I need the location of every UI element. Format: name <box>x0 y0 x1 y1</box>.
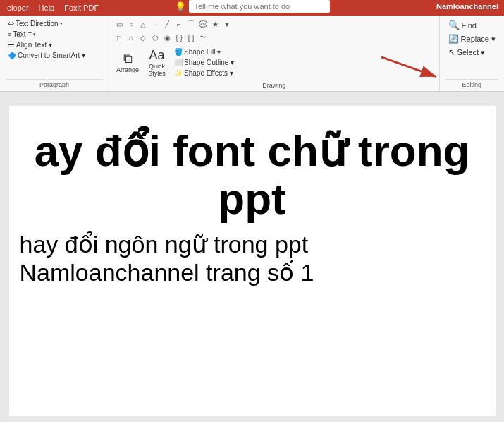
shape-wavy-btn[interactable]: 〜 <box>197 32 209 43</box>
text-direction-dropdown-icon: ▾ <box>60 21 63 27</box>
brand-label: Namloanchannel <box>431 0 504 13</box>
shapes-row-2: □ ⌂ ◇ ⬠ ◉ { } [ ] 〜 <box>113 32 435 43</box>
arrange-icon: ⧉ <box>123 52 133 66</box>
effects-icon: ✨ <box>174 69 183 77</box>
menu-bar: eloper Help Foxit PDF 💡 Namloanchannel <box>0 0 504 16</box>
ribbon-body: ⇔ Text Direction ▾ ≡ Text = ▾ ☰ Alig <box>0 16 504 92</box>
text-direction-row: ⇔ Text Direction ▾ <box>6 18 103 29</box>
convert-smartart-row: 🔷 Convert to SmartArt ▾ <box>6 51 103 60</box>
shape-circ2-btn[interactable]: ◉ <box>161 32 173 43</box>
shape-arrow-btn[interactable]: → <box>149 18 161 30</box>
align-text-row: ☰ Align Text ▾ <box>6 40 103 50</box>
fill-icon: 🪣 <box>174 48 183 56</box>
lightbulb-icon: 💡 <box>175 1 186 12</box>
shape-outline-button[interactable]: ⬜ Shape Outline ▾ <box>172 58 236 67</box>
shape-fill-button[interactable]: 🪣 Shape Fill ▾ <box>172 47 236 56</box>
red-arrow-indicator <box>374 47 444 83</box>
svg-line-1 <box>381 57 436 77</box>
align-text-button[interactable]: ☰ Align Text ▾ <box>6 40 54 50</box>
menu-item-developer[interactable]: eloper <box>3 2 33 13</box>
text-direction-button[interactable]: ⇔ Text Direction ▾ <box>6 18 65 29</box>
find-button[interactable]: 🔍 Find <box>445 18 498 32</box>
text-equals-button[interactable]: ≡ Text = ▾ <box>6 30 38 39</box>
replace-button[interactable]: 🔄 Replace ▾ <box>445 32 498 45</box>
editing-controls: 🔍 Find 🔄 Replace ▾ ↖ Select ▾ <box>445 18 498 78</box>
shapes-row-1: ▭ ○ △ → ╱ ⌐ ⌒ 💬 ★ ▼ <box>113 18 435 30</box>
replace-icon: 🔄 <box>448 34 459 44</box>
shape-star-btn[interactable]: ★ <box>209 18 221 30</box>
shape-brack-btn[interactable]: [ ] <box>185 32 197 43</box>
search-bar: 💡 <box>175 0 330 13</box>
arrange-button[interactable]: ⧉ Arrange <box>113 50 142 75</box>
menu-item-help[interactable]: Help <box>35 2 59 13</box>
shape-curve-btn[interactable]: ⌒ <box>185 18 197 30</box>
outline-icon: ⬜ <box>174 59 183 66</box>
shape-format-buttons: 🪣 Shape Fill ▾ ⬜ Shape Outline ▾ ✨ Shape… <box>172 47 236 78</box>
paragraph-section: ⇔ Text Direction ▾ ≡ Text = ▾ ☰ Alig <box>0 16 109 91</box>
shape-effects-button[interactable]: ✨ Shape Effects ▾ <box>172 68 236 78</box>
quick-styles-icon: Aa <box>149 48 165 63</box>
slide-subtitle: hay đổi ngôn ngữ trong ppt <box>16 230 488 258</box>
shape-sq-btn[interactable]: □ <box>113 32 125 43</box>
editing-label: Editing <box>445 79 498 90</box>
editing-section: 🔍 Find 🔄 Replace ▾ ↖ Select ▾ Editing <box>440 16 504 91</box>
paragraph-label: Paragraph <box>6 79 103 90</box>
search-input[interactable] <box>189 0 330 13</box>
ribbon: eloper Help Foxit PDF 💡 Namloanchannel ⇔… <box>0 0 504 92</box>
slide-area: ay đổi font chữ trong ppt hay đổi ngôn n… <box>9 106 496 416</box>
menu-item-foxit[interactable]: Foxit PDF <box>60 2 103 13</box>
shape-more-btn[interactable]: ▼ <box>221 18 233 30</box>
paragraph-controls: ⇔ Text Direction ▾ ≡ Text = ▾ ☰ Alig <box>6 18 103 78</box>
select-icon: ↖ <box>448 47 455 57</box>
shape-bend-btn[interactable]: ⌐ <box>173 18 185 30</box>
shape-callout-btn[interactable]: 💬 <box>197 18 209 30</box>
quick-styles-button[interactable]: Aa Quick Styles <box>145 47 169 78</box>
slide-title: ay đổi font chữ trong ppt <box>16 127 488 223</box>
align-text-icon: ☰ <box>8 40 15 49</box>
shape-curly-btn[interactable]: { } <box>173 32 185 43</box>
convert-smartart-button[interactable]: 🔷 Convert to SmartArt ▾ <box>6 51 87 60</box>
text-direction-icon: ⇔ <box>8 19 14 28</box>
text-equals-row: ≡ Text = ▾ <box>6 30 103 39</box>
main-content: ay đổi font chữ trong ppt hay đổi ngôn n… <box>0 92 504 422</box>
shape-rect-btn[interactable]: ▭ <box>113 18 125 30</box>
binoculars-icon: 🔍 <box>448 20 460 30</box>
shape-dia-btn[interactable]: ◇ <box>137 32 149 43</box>
select-button[interactable]: ↖ Select ▾ <box>445 46 498 59</box>
text-equals-dropdown-icon: ▾ <box>33 32 36 37</box>
shape-line-btn[interactable]: ╱ <box>161 18 173 30</box>
shape-trap-btn[interactable]: ⌂ <box>125 32 137 43</box>
shape-pent-btn[interactable]: ⬠ <box>149 32 161 43</box>
shape-round-btn[interactable]: ○ <box>125 18 137 30</box>
text-equals-icon: ≡ <box>8 31 11 38</box>
smartart-icon: 🔷 <box>8 52 16 59</box>
slide-channel: Namloanchannel trang số 1 <box>16 258 488 287</box>
shape-tri-btn[interactable]: △ <box>137 18 149 30</box>
